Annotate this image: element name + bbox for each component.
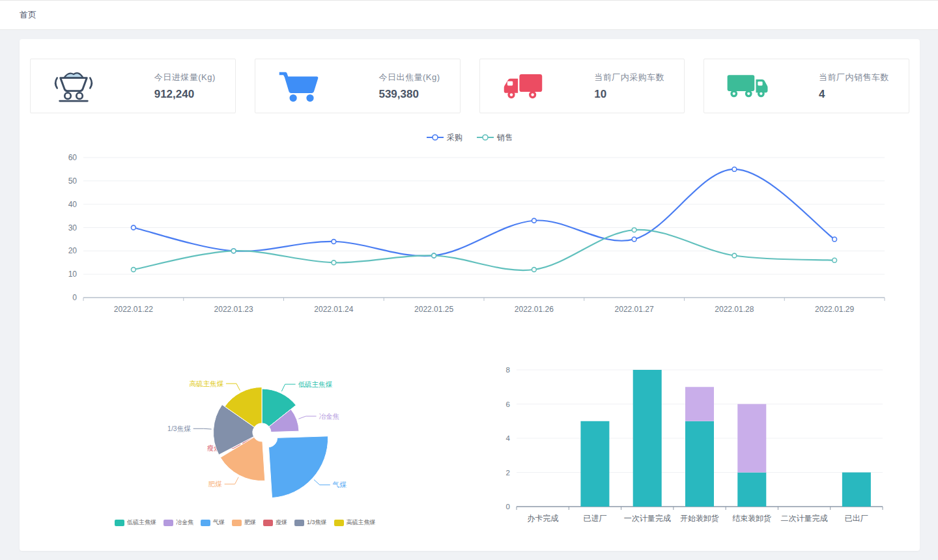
stacked-bar-chart: 02468办卡完成已进厂一次计量完成开始装卸货结束装卸货二次计量完成已出厂	[485, 358, 902, 529]
pie-legend-item-1/3焦煤[interactable]: 1/3焦煤	[294, 518, 327, 527]
line-chart-grid: 01020304050602022.01.222022.01.232022.01…	[68, 153, 885, 314]
coal-type-pie-section: 低硫主焦煤冶金焦气煤肥煤瘦煤1/3焦煤高硫主焦煤 低硫主焦煤冶金焦气煤肥煤瘦煤1…	[30, 358, 444, 531]
legend-label: 肥煤	[244, 518, 256, 527]
trend-line-chart-section: 采购销售 01020304050602022.01.222022.01.2320…	[30, 130, 909, 328]
svg-text:0: 0	[505, 503, 509, 511]
bar-一次计量完成-stack-bottom	[632, 370, 661, 507]
legend-swatch-icon	[115, 520, 124, 526]
breadcrumb-bar: 首页	[0, 0, 938, 30]
svg-text:6: 6	[505, 400, 509, 408]
svg-text:0: 0	[72, 293, 77, 302]
stat-label: 今日进煤量(Kg)	[154, 72, 216, 83]
svg-text:办卡完成: 办卡完成	[527, 514, 558, 523]
bar-已进厂-stack-bottom	[580, 421, 609, 507]
pie-legend-item-冶金焦[interactable]: 冶金焦	[163, 518, 193, 527]
red-truck-icon	[500, 68, 547, 104]
line-chart-legend: 采购销售	[30, 130, 909, 145]
legend-swatch-icon	[163, 520, 173, 526]
bar-结束装卸货-stack-bottom	[737, 473, 766, 507]
legend-label: 销售	[497, 132, 513, 143]
rose-pie-chart: 低硫主焦煤冶金焦气煤肥煤瘦煤1/3焦煤高硫主焦煤	[53, 358, 457, 507]
svg-text:高硫主焦煤: 高硫主焦煤	[189, 380, 223, 387]
svg-text:4: 4	[505, 434, 510, 442]
line-legend-marker-icon	[477, 133, 494, 141]
dashboard-panel: 今日进煤量(Kg) 912,240 今日出焦量(Kg) 539,380	[20, 39, 920, 551]
legend-item-销售[interactable]: 销售	[477, 132, 513, 143]
svg-text:低硫主焦煤: 低硫主焦煤	[298, 380, 333, 388]
svg-text:一次计量完成: 一次计量完成	[623, 514, 670, 523]
legend-item-采购[interactable]: 采购	[427, 132, 462, 143]
svg-text:40: 40	[68, 200, 78, 209]
svg-text:2: 2	[505, 469, 509, 477]
legend-swatch-icon	[294, 520, 304, 526]
legend-label: 高硫主焦煤	[347, 518, 376, 527]
legend-swatch-icon	[232, 520, 242, 526]
pie-chart-legend: 低硫主焦煤冶金焦气煤肥煤瘦煤1/3焦煤高硫主焦煤	[47, 518, 444, 527]
svg-text:8: 8	[505, 366, 509, 374]
svg-text:2022.01.26: 2022.01.26	[515, 305, 554, 314]
bar-开始装卸货-stack-bottom	[685, 421, 714, 507]
legend-label: 低硫主焦煤	[127, 518, 156, 527]
stat-card-row: 今日进煤量(Kg) 912,240 今日出焦量(Kg) 539,380	[30, 59, 909, 113]
svg-text:肥煤: 肥煤	[208, 480, 223, 488]
pie-legend-item-肥煤[interactable]: 肥煤	[232, 518, 256, 527]
stat-label: 今日出焦量(Kg)	[378, 72, 440, 83]
svg-text:10: 10	[68, 270, 78, 279]
svg-text:2022.01.22: 2022.01.22	[114, 305, 153, 314]
svg-text:开始装卸货: 开始装卸货	[680, 514, 719, 523]
pie-slice-气煤: 气煤	[269, 436, 347, 498]
green-truck-icon	[724, 68, 771, 104]
legend-label: 1/3焦煤	[307, 518, 327, 527]
svg-text:已出厂: 已出厂	[844, 514, 868, 523]
stat-card-coke-out: 今日出焦量(Kg) 539,380	[255, 59, 461, 113]
line-chart: 01020304050602022.01.222022.01.232022.01…	[30, 145, 909, 326]
stat-value: 10	[594, 88, 606, 101]
legend-swatch-icon	[201, 520, 210, 526]
shopping-cart-icon	[275, 68, 322, 104]
legend-swatch-icon	[263, 520, 273, 526]
vehicle-status-bar-section: 02468办卡完成已进厂一次计量完成开始装卸货结束装卸货二次计量完成已出厂	[444, 358, 910, 531]
svg-text:已进厂: 已进厂	[583, 514, 606, 523]
svg-text:结束装卸货: 结束装卸货	[732, 514, 771, 523]
line-legend-marker-icon	[427, 133, 444, 141]
stat-card-purchase-trucks: 当前厂内采购车数 10	[479, 59, 685, 113]
legend-swatch-icon	[334, 520, 344, 526]
svg-text:气煤: 气煤	[332, 481, 347, 488]
legend-label: 气煤	[213, 518, 225, 527]
stat-card-sales-trucks: 当前厂内销售车数 4	[704, 59, 909, 113]
bar-已出厂-stack-bottom	[842, 473, 870, 507]
stat-value: 4	[819, 88, 825, 101]
stat-value: 912,240	[154, 88, 194, 101]
svg-text:冶金焦: 冶金焦	[319, 412, 339, 420]
svg-text:2022.01.27: 2022.01.27	[615, 305, 654, 314]
stat-card-coal-in: 今日进煤量(Kg) 912,240	[30, 59, 236, 113]
svg-text:50: 50	[68, 176, 78, 186]
svg-text:2022.01.23: 2022.01.23	[214, 305, 253, 314]
pie-legend-item-高硫主焦煤[interactable]: 高硫主焦煤	[334, 518, 376, 527]
bar-结束装卸货-stack-top	[737, 404, 766, 473]
svg-text:2022.01.25: 2022.01.25	[414, 305, 453, 314]
svg-text:60: 60	[68, 153, 78, 162]
line-series-销售	[131, 228, 836, 272]
svg-text:2022.01.24: 2022.01.24	[314, 305, 353, 314]
svg-text:2022.01.28: 2022.01.28	[715, 305, 754, 314]
svg-text:1/3焦煤: 1/3焦煤	[167, 425, 191, 432]
bar-开始装卸货-stack-top	[685, 387, 714, 421]
legend-label: 冶金焦	[176, 518, 193, 527]
stat-value: 539,380	[378, 88, 418, 101]
stat-label: 当前厂内销售车数	[819, 72, 889, 83]
breadcrumb[interactable]: 首页	[20, 9, 36, 21]
legend-label: 采购	[447, 132, 462, 143]
svg-text:2022.01.29: 2022.01.29	[815, 305, 854, 314]
pie-legend-item-气煤[interactable]: 气煤	[201, 518, 225, 527]
coal-cart-icon	[50, 68, 97, 104]
pie-legend-item-低硫主焦煤[interactable]: 低硫主焦煤	[115, 518, 156, 527]
pie-legend-item-瘦煤[interactable]: 瘦煤	[263, 518, 287, 527]
bottom-charts-row: 低硫主焦煤冶金焦气煤肥煤瘦煤1/3焦煤高硫主焦煤 低硫主焦煤冶金焦气煤肥煤瘦煤1…	[30, 358, 909, 531]
svg-text:二次计量完成: 二次计量完成	[780, 514, 827, 523]
svg-text:30: 30	[68, 223, 78, 232]
svg-text:20: 20	[68, 246, 78, 255]
legend-label: 瘦煤	[276, 518, 287, 527]
stat-label: 当前厂内采购车数	[594, 72, 664, 83]
